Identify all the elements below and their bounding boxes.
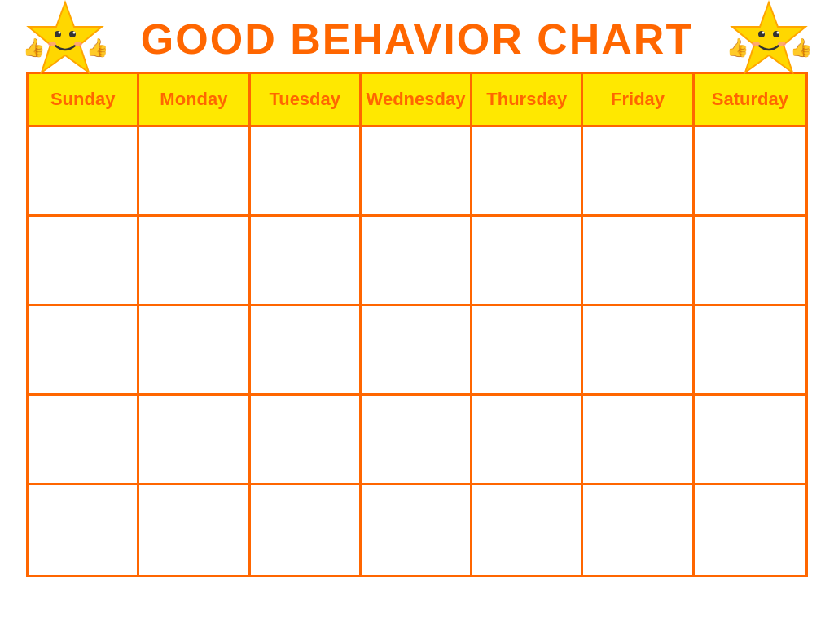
cell-r4-thu[interactable] [472, 396, 583, 483]
cell-r1-tue[interactable] [251, 127, 362, 214]
svg-point-13 [752, 42, 760, 46]
svg-point-5 [74, 42, 82, 46]
svg-text:👍: 👍 [728, 37, 749, 59]
chart-body [29, 127, 805, 575]
cell-r5-thu[interactable] [472, 485, 583, 575]
table-row [29, 127, 805, 217]
cell-r1-sat[interactable] [695, 127, 805, 214]
svg-text:👍: 👍 [86, 37, 106, 59]
star-icon-left: 👍 👍 [24, 0, 106, 80]
svg-point-7 [73, 32, 76, 34]
header-friday: Friday [583, 74, 694, 125]
table-row [29, 217, 805, 306]
cell-r4-wed[interactable] [362, 396, 472, 483]
header-wednesday: Wednesday [362, 74, 472, 125]
cell-r1-thu[interactable] [472, 127, 583, 214]
day-header-row: Sunday Monday Tuesday Wednesday Thursday… [29, 74, 805, 127]
cell-r2-sun[interactable] [29, 217, 139, 304]
cell-r4-tue[interactable] [251, 396, 362, 483]
cell-r3-sun[interactable] [29, 306, 139, 393]
cell-r5-fri[interactable] [583, 485, 694, 575]
svg-point-14 [778, 42, 786, 46]
svg-text:👍: 👍 [24, 37, 46, 59]
table-row [29, 306, 805, 396]
cell-r3-thu[interactable] [472, 306, 583, 393]
cell-r5-sun[interactable] [29, 485, 139, 575]
table-row [29, 396, 805, 485]
cell-r1-fri[interactable] [583, 127, 694, 214]
cell-r5-tue[interactable] [251, 485, 362, 575]
page-header: 👍 👍 GOOD BEHAVIOR CHART 👍 [0, 0, 834, 72]
header-sunday: Sunday [29, 74, 139, 125]
cell-r4-sun[interactable] [29, 396, 139, 483]
cell-r3-wed[interactable] [362, 306, 472, 393]
cell-r2-sat[interactable] [695, 217, 805, 304]
cell-r2-tue[interactable] [251, 217, 362, 304]
svg-point-6 [59, 32, 61, 34]
page-title: GOOD BEHAVIOR CHART [24, 15, 810, 64]
cell-r3-fri[interactable] [583, 306, 694, 393]
cell-r2-fri[interactable] [583, 217, 694, 304]
header-monday: Monday [139, 74, 250, 125]
cell-r3-sat[interactable] [695, 306, 805, 393]
cell-r4-mon[interactable] [139, 396, 250, 483]
behavior-chart: Sunday Monday Tuesday Wednesday Thursday… [26, 72, 808, 577]
cell-r5-wed[interactable] [362, 485, 472, 575]
cell-r2-mon[interactable] [139, 217, 250, 304]
cell-r5-mon[interactable] [139, 485, 250, 575]
header-thursday: Thursday [472, 74, 583, 125]
cell-r4-sat[interactable] [695, 396, 805, 483]
header-tuesday: Tuesday [251, 74, 362, 125]
cell-r5-sat[interactable] [695, 485, 805, 575]
star-icon-right: 👍 👍 [728, 0, 810, 80]
svg-point-15 [762, 32, 765, 34]
table-row [29, 485, 805, 575]
cell-r2-wed[interactable] [362, 217, 472, 304]
cell-r4-fri[interactable] [583, 396, 694, 483]
svg-point-16 [777, 32, 779, 34]
cell-r1-sun[interactable] [29, 127, 139, 214]
svg-point-4 [48, 42, 56, 46]
cell-r1-mon[interactable] [139, 127, 250, 214]
header-saturday: Saturday [695, 74, 805, 125]
cell-r2-thu[interactable] [472, 217, 583, 304]
svg-text:👍: 👍 [790, 37, 810, 59]
cell-r3-tue[interactable] [251, 306, 362, 393]
cell-r3-mon[interactable] [139, 306, 250, 393]
cell-r1-wed[interactable] [362, 127, 472, 214]
